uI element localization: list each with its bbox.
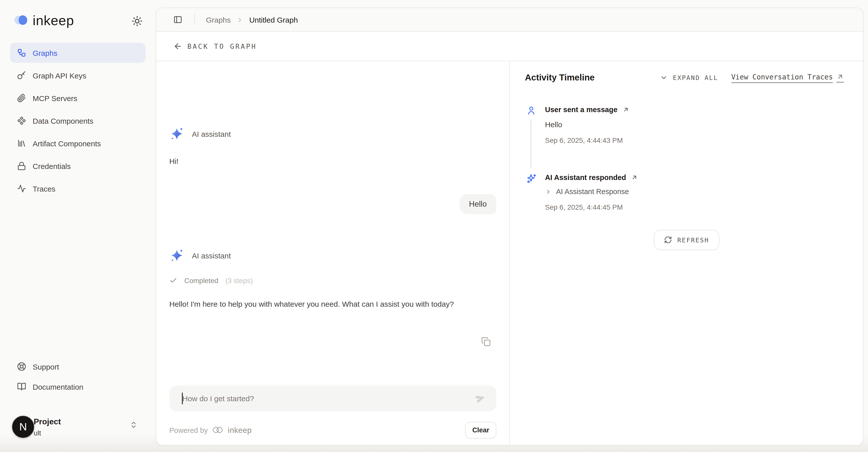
clear-button[interactable]: Clear: [465, 422, 496, 439]
sidebar-toggle-button[interactable]: [173, 15, 182, 24]
sidebar-item-artifact-components[interactable]: Artifact Components: [10, 133, 146, 153]
content-region: AI assistant Hi! Hello AI as: [156, 61, 863, 445]
sidebar-item-label: Support: [33, 362, 59, 371]
assistant-name: AI assistant: [192, 251, 231, 260]
breadcrumb-parent[interactable]: Graphs: [206, 15, 230, 24]
component-icon: [17, 116, 26, 125]
view-traces-label: View Conversation Traces: [731, 73, 833, 83]
sidebar-item-label: MCP Servers: [33, 94, 78, 102]
completion-status[interactable]: Completed (3 steps): [169, 277, 253, 285]
sun-icon: [132, 16, 143, 27]
chevron-right-icon: [545, 188, 552, 195]
sidebar-item-label: Graph API Keys: [33, 71, 86, 80]
timeline-title: Activity Timeline: [525, 73, 595, 83]
send-icon: [475, 393, 486, 404]
sidebar-item-credentials[interactable]: Credentials: [10, 156, 146, 176]
assistant-message: Hello! I'm here to help you with whateve…: [169, 298, 495, 311]
library-icon: [17, 139, 26, 148]
sidebar-item-graph-api-keys[interactable]: Graph API Keys: [10, 65, 146, 85]
activity-timeline-pane: Activity Timeline EXPAND ALL View Conver…: [510, 61, 863, 445]
event-title-row[interactable]: User sent a message: [545, 106, 843, 114]
sidebar-item-label: Traces: [33, 184, 56, 193]
copy-icon: [481, 337, 491, 346]
timeline-event: AI Assistant responded AI Assistant Resp…: [526, 173, 843, 211]
breadcrumb-current: Untitled Graph: [249, 15, 298, 24]
copy-button[interactable]: [481, 337, 491, 346]
sidebar: inkeep Graphs: [0, 0, 156, 452]
sidebar-item-graphs[interactable]: Graphs: [10, 43, 146, 63]
sidebar-item-data-components[interactable]: Data Components: [10, 111, 146, 131]
refresh-icon: [664, 236, 672, 244]
brand-wordmark: inkeep: [33, 13, 74, 28]
send-button[interactable]: [475, 393, 486, 404]
chat-input-container: [169, 386, 496, 411]
expand-all-button[interactable]: EXPAND ALL: [673, 74, 718, 81]
assistant-message-header: AI assistant: [169, 126, 231, 141]
event-title: User sent a message: [545, 106, 618, 114]
view-conversation-traces-link[interactable]: View Conversation Traces: [731, 73, 844, 83]
main-card: Graphs Untitled Graph BACK TO GRAPH: [156, 7, 864, 446]
header-divider: [194, 14, 195, 25]
sidebar-item-mcp-servers[interactable]: MCP Servers: [10, 88, 146, 108]
sidebar-item-traces[interactable]: Traces: [10, 178, 146, 199]
nextjs-dev-badge[interactable]: N: [12, 416, 34, 438]
event-body: Hello: [545, 120, 843, 129]
sidebar-item-label: Documentation: [33, 383, 83, 391]
refresh-button[interactable]: REFRESH: [654, 230, 719, 250]
check-icon: [169, 277, 177, 285]
inkeep-mark-icon: [212, 425, 224, 435]
event-title-row[interactable]: AI Assistant responded: [545, 173, 843, 181]
status-label: Completed: [184, 277, 218, 285]
life-buoy-icon: [17, 362, 26, 371]
app-window: inkeep Graphs: [0, 0, 868, 452]
chevron-down-icon[interactable]: [660, 74, 668, 81]
sparkles-avatar-icon: [169, 248, 184, 263]
sidebar-item-label: Data Components: [33, 116, 93, 125]
sparkles-icon: [526, 173, 536, 183]
project-subtitle: ult: [34, 429, 41, 437]
back-row: BACK TO GRAPH: [156, 32, 863, 61]
event-title: AI Assistant responded: [545, 173, 626, 181]
assistant-name: AI assistant: [192, 130, 231, 138]
sidebar-item-label: Credentials: [33, 162, 71, 170]
chat-preview-pane: AI assistant Hi! Hello AI as: [156, 61, 510, 445]
sidebar-item-support[interactable]: Support: [10, 357, 146, 376]
project-selector[interactable]: N Project ult: [0, 410, 156, 445]
sidebar-item-label: Graphs: [33, 49, 57, 57]
lock-icon: [17, 161, 26, 170]
event-timestamp: Sep 6, 2025, 4:44:43 PM: [545, 136, 843, 144]
timeline-connector: [530, 119, 531, 168]
arrow-up-right-icon: [836, 73, 844, 82]
powered-by-brand: inkeep: [228, 426, 252, 435]
powered-by[interactable]: Powered by inkeep: [169, 425, 252, 435]
user-icon: [526, 106, 536, 115]
project-title: Project: [34, 417, 61, 426]
event-body: AI Assistant Response: [556, 188, 629, 196]
timeline-header: Activity Timeline EXPAND ALL View Conver…: [525, 73, 844, 83]
sidebar-nav: Graphs Graph API Keys MCP Servers Data C…: [10, 43, 146, 201]
workflow-icon: [17, 48, 26, 57]
sparkles-avatar-icon: [169, 126, 184, 141]
status-steps: (3 steps): [225, 277, 253, 285]
arrow-left-icon: [173, 42, 182, 51]
arrow-up-right-icon: [623, 106, 630, 113]
assistant-message: Hi!: [169, 155, 179, 168]
activity-icon: [17, 184, 26, 193]
inkeep-logo-icon: [13, 13, 29, 28]
chevrons-up-down-icon: [130, 421, 137, 429]
arrow-up-right-icon: [631, 174, 638, 181]
card-header: Graphs Untitled Graph: [156, 8, 863, 32]
logo-row: inkeep: [13, 12, 143, 29]
user-message-bubble: Hello: [459, 194, 496, 214]
refresh-label: REFRESH: [677, 236, 709, 244]
theme-toggle-button[interactable]: [132, 16, 143, 27]
sidebar-item-documentation[interactable]: Documentation: [10, 376, 146, 397]
assistant-message-header: AI assistant: [169, 248, 231, 263]
panel-left-icon: [173, 15, 182, 24]
chat-input[interactable]: [182, 386, 466, 411]
event-expand-row[interactable]: AI Assistant Response: [545, 188, 843, 196]
paperclip-icon: [17, 93, 26, 103]
powered-by-label: Powered by: [169, 426, 208, 434]
back-to-graph-button[interactable]: BACK TO GRAPH: [173, 42, 257, 51]
breadcrumb: Graphs Untitled Graph: [206, 15, 298, 24]
